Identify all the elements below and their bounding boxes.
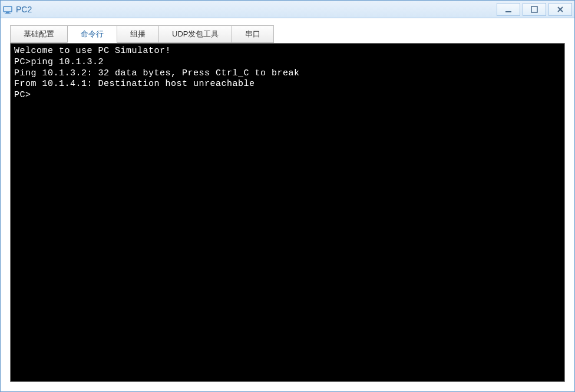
terminal-line: PC> — [14, 90, 561, 101]
maximize-button[interactable] — [523, 3, 546, 16]
window-controls — [494, 3, 572, 16]
minimize-button[interactable] — [497, 3, 520, 16]
app-window: PC2 基础配置 命令行 组播 UDP发包工具 串口 Welcome to — [0, 0, 575, 392]
svg-rect-3 — [505, 11, 511, 12]
window-title: PC2 — [16, 5, 494, 14]
close-button[interactable] — [548, 3, 572, 16]
terminal-output[interactable]: Welcome to use PC Simulator!PC>ping 10.1… — [10, 43, 565, 382]
tab-multicast[interactable]: 组播 — [117, 25, 159, 43]
tab-bar: 基础配置 命令行 组播 UDP发包工具 串口 — [10, 25, 565, 43]
svg-rect-0 — [4, 6, 12, 12]
tab-serial[interactable]: 串口 — [232, 25, 274, 43]
app-icon — [3, 5, 12, 14]
svg-rect-1 — [6, 12, 9, 14]
svg-rect-2 — [5, 13, 11, 14]
svg-rect-4 — [531, 6, 537, 12]
tab-udp-tool[interactable]: UDP发包工具 — [158, 25, 232, 43]
tab-basic-config[interactable]: 基础配置 — [10, 25, 68, 43]
terminal-line: Welcome to use PC Simulator! — [14, 46, 561, 57]
terminal-line: Ping 10.1.3.2: 32 data bytes, Press Ctrl… — [14, 68, 561, 79]
tab-command-line[interactable]: 命令行 — [67, 25, 117, 43]
titlebar[interactable]: PC2 — [1, 1, 574, 18]
content-area: 基础配置 命令行 组播 UDP发包工具 串口 Welcome to use PC… — [1, 18, 574, 391]
terminal-line: From 10.1.4.1: Destination host unreacha… — [14, 79, 561, 90]
terminal-line: PC>ping 10.1.3.2 — [14, 57, 561, 68]
